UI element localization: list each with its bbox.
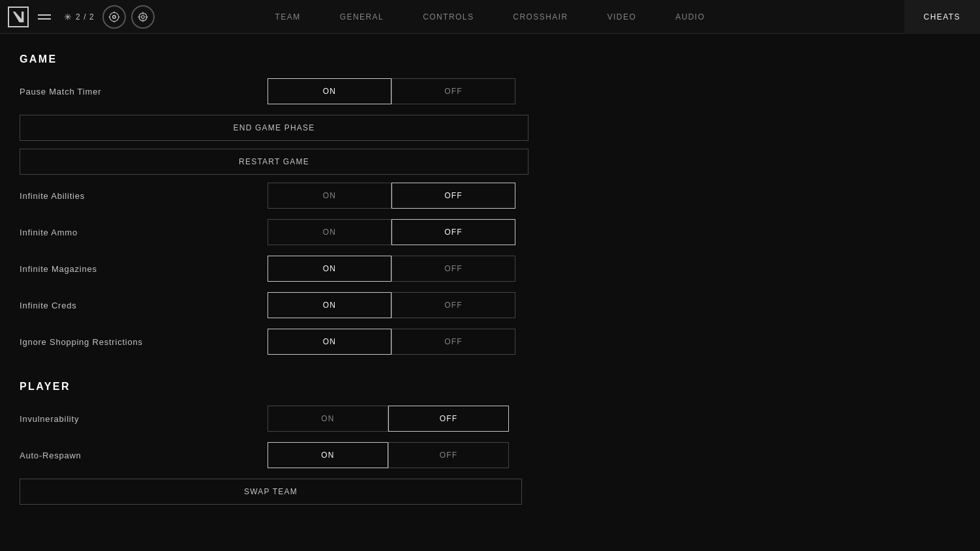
auto-respawn-toggle: On Off	[268, 442, 509, 468]
svg-point-7	[141, 15, 144, 18]
infinite-magazines-off[interactable]: Off	[391, 256, 515, 282]
infinite-magazines-label: Infinite Magazines	[20, 264, 268, 274]
valorant-logo[interactable]	[8, 7, 29, 27]
infinite-ammo-off[interactable]: Off	[391, 219, 515, 245]
game-section-title: GAME	[20, 53, 568, 65]
svg-point-0	[112, 15, 115, 18]
restart-game-button[interactable]: Restart Game	[20, 149, 528, 175]
main-content: GAME Pause Match Timer On Off End Game P…	[0, 34, 587, 526]
invulnerability-label: Invulnerability	[20, 414, 268, 424]
infinite-creds-toggle: On Off	[268, 292, 515, 318]
pause-match-timer-off[interactable]: Off	[391, 78, 515, 104]
swap-team-button[interactable]: Swap Team	[20, 479, 522, 505]
infinite-abilities-off[interactable]: Off	[391, 183, 515, 209]
infinite-abilities-on[interactable]: On	[268, 183, 391, 209]
tab-crosshair[interactable]: CROSSHAIR	[493, 0, 587, 34]
hamburger-menu-icon[interactable]	[38, 14, 51, 20]
infinite-creds-label: Infinite Creds	[20, 301, 268, 310]
infinite-creds-on[interactable]: On	[268, 292, 391, 318]
end-game-phase-button[interactable]: End Game Phase	[20, 115, 528, 141]
tab-controls[interactable]: CONTROLS	[403, 0, 493, 34]
infinite-abilities-toggle: On Off	[268, 183, 515, 209]
auto-respawn-row: Auto-Respawn On Off	[20, 442, 568, 468]
star-icon: ✳	[64, 12, 72, 22]
infinite-creds-row: Infinite Creds On Off	[20, 292, 568, 318]
infinite-ammo-label: Infinite Ammo	[20, 228, 268, 237]
tab-video[interactable]: VIDEO	[588, 0, 656, 34]
pause-match-timer-label: Pause Match Timer	[20, 87, 268, 97]
target-circle-icon[interactable]	[131, 5, 155, 29]
top-navigation: ✳ 2 / 2 TEAM GENERAL CONTROL	[0, 0, 980, 34]
auto-respawn-off[interactable]: Off	[388, 442, 509, 468]
tab-team[interactable]: TEAM	[256, 0, 320, 34]
tab-audio[interactable]: AUDIO	[656, 0, 724, 34]
pause-match-timer-on[interactable]: On	[268, 78, 391, 104]
auto-respawn-label: Auto-Respawn	[20, 451, 268, 460]
tab-cheats[interactable]: CHEATS	[904, 0, 980, 34]
infinite-magazines-toggle: On Off	[268, 256, 515, 282]
badge-count: 2 / 2	[76, 12, 95, 22]
nav-tabs: TEAM GENERAL CONTROLS CROSSHAIR VIDEO AU…	[256, 0, 725, 34]
player-badge: ✳ 2 / 2	[64, 12, 95, 22]
tab-general[interactable]: GENERAL	[320, 0, 403, 34]
invulnerability-off[interactable]: Off	[388, 406, 509, 432]
infinite-ammo-row: Infinite Ammo On Off	[20, 219, 568, 245]
invulnerability-toggle: On Off	[268, 406, 509, 432]
pause-match-timer-row: Pause Match Timer On Off	[20, 78, 568, 104]
infinite-creds-off[interactable]: Off	[391, 292, 515, 318]
pause-match-timer-toggle: On Off	[268, 78, 515, 104]
infinite-magazines-on[interactable]: On	[268, 256, 391, 282]
svg-point-1	[110, 12, 119, 22]
ignore-shopping-toggle: On Off	[268, 329, 515, 355]
infinite-ammo-on[interactable]: On	[268, 219, 391, 245]
invulnerability-row: Invulnerability On Off	[20, 406, 568, 432]
infinite-ammo-toggle: On Off	[268, 219, 515, 245]
infinite-abilities-label: Infinite Abilities	[20, 191, 268, 201]
ignore-shopping-off[interactable]: Off	[391, 329, 515, 355]
ignore-shopping-on[interactable]: On	[268, 329, 391, 355]
ignore-shopping-row: Ignore Shopping Restrictions On Off	[20, 329, 568, 355]
infinite-abilities-row: Infinite Abilities On Off	[20, 183, 568, 209]
infinite-magazines-row: Infinite Magazines On Off	[20, 256, 568, 282]
invulnerability-on[interactable]: On	[268, 406, 388, 432]
ignore-shopping-label: Ignore Shopping Restrictions	[20, 337, 268, 347]
player-section-title: PLAYER	[20, 381, 568, 393]
auto-respawn-on[interactable]: On	[268, 442, 388, 468]
settings-circle-icon[interactable]	[102, 5, 126, 29]
